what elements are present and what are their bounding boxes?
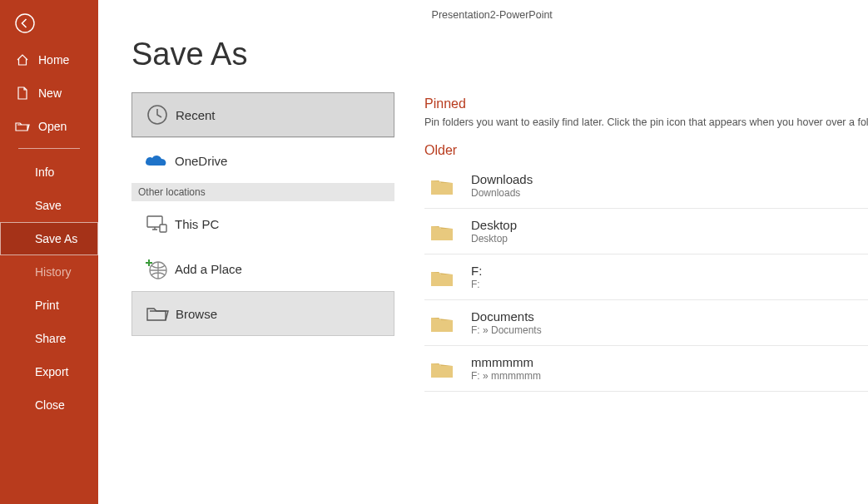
- sidebar-item-share[interactable]: Share: [0, 322, 98, 355]
- app-root: Home New Open Info Save Sav: [0, 0, 868, 504]
- thispc-icon: [138, 214, 175, 234]
- sidebar-divider: [18, 148, 80, 149]
- location-onedrive[interactable]: OneDrive: [131, 138, 394, 183]
- folder-row[interactable]: mmmmmm F: » mmmmmm: [424, 346, 868, 391]
- folder-icon: [429, 222, 454, 242]
- sidebar-label-share: Share: [35, 332, 66, 345]
- folder-name: Downloads: [471, 172, 533, 188]
- titlebar: Presentation2 - PowerPoint: [98, 0, 868, 30]
- sidebar-item-save[interactable]: Save: [0, 189, 98, 222]
- svg-point-0: [16, 14, 34, 32]
- folder-path: Desktop: [471, 233, 517, 245]
- locations-column: Save As Recent: [98, 30, 394, 504]
- sidebar-label-new: New: [38, 86, 62, 100]
- sidebar-label-save: Save: [35, 199, 62, 212]
- folder-name: mmmmmm: [471, 355, 541, 371]
- folder-row[interactable]: Downloads Downloads: [424, 163, 868, 208]
- location-addplace[interactable]: Add a Place: [131, 246, 394, 291]
- folder-sep: [424, 391, 868, 392]
- sidebar-item-open[interactable]: Open: [0, 110, 98, 143]
- sidebar-label-export: Export: [35, 365, 68, 378]
- older-title: Older: [424, 143, 868, 158]
- sidebar-item-print[interactable]: Print: [0, 289, 98, 322]
- folder-icon: [429, 359, 454, 379]
- folder-path: F: » Documents: [471, 324, 542, 337]
- folder-text: Downloads Downloads: [471, 172, 533, 200]
- doc-name: Presentation2: [432, 9, 496, 21]
- folder-path: Downloads: [471, 187, 533, 200]
- folder-text: F: F:: [471, 264, 482, 292]
- back-button[interactable]: [13, 12, 37, 35]
- other-locations-header: Other locations: [131, 183, 394, 201]
- location-browse[interactable]: Browse: [131, 291, 394, 336]
- sidebar-item-info[interactable]: Info: [0, 156, 98, 189]
- sidebar-label-open: Open: [38, 120, 67, 133]
- folder-row[interactable]: F: F:: [424, 254, 868, 299]
- location-recent[interactable]: Recent: [131, 92, 394, 137]
- sidebar-label-saveas: Save As: [35, 232, 77, 245]
- pinned-title: Pinned: [424, 96, 868, 111]
- folder-row[interactable]: Desktop Desktop: [424, 209, 868, 254]
- sidebar-label-print: Print: [35, 299, 59, 312]
- folder-text: mmmmmm F: » mmmmmm: [471, 355, 541, 383]
- backstage-sidebar: Home New Open Info Save Sav: [0, 0, 98, 504]
- sidebar-label-close: Close: [35, 398, 65, 412]
- sidebar-label-history: History: [35, 265, 72, 279]
- folder-path: F:: [471, 279, 482, 291]
- browse-icon: [139, 304, 176, 323]
- recent-icon: [139, 103, 176, 126]
- location-browse-label: Browse: [176, 307, 217, 321]
- folder-text: Desktop Desktop: [471, 218, 517, 246]
- folder-icon: [429, 176, 454, 196]
- sidebar-item-export[interactable]: Export: [0, 355, 98, 388]
- sidebar-label-home: Home: [38, 53, 69, 67]
- svg-rect-3: [160, 225, 166, 232]
- location-thispc[interactable]: This PC: [131, 201, 394, 246]
- folder-name: Desktop: [471, 218, 517, 234]
- sidebar-item-new[interactable]: New: [0, 77, 98, 110]
- folder-icon: [429, 314, 454, 334]
- open-icon: [15, 121, 30, 132]
- sidebar-item-home[interactable]: Home: [0, 43, 98, 77]
- content-area: Save As Recent: [98, 30, 868, 504]
- app-name: PowerPoint: [499, 9, 553, 21]
- location-onedrive-label: OneDrive: [175, 154, 227, 168]
- folder-name: Documents: [471, 309, 542, 325]
- onedrive-icon: [138, 152, 175, 169]
- location-addplace-label: Add a Place: [175, 262, 242, 276]
- folder-name: F:: [471, 264, 482, 279]
- new-icon: [15, 86, 30, 100]
- folder-list: Downloads Downloads Desktop Desktop: [424, 163, 868, 392]
- home-icon: [15, 53, 30, 67]
- addplace-icon: [138, 257, 175, 280]
- location-thispc-label: This PC: [175, 217, 219, 231]
- locations-list: Recent OneDrive Other locations: [131, 92, 394, 336]
- folder-row[interactable]: Documents F: » Documents: [424, 300, 868, 345]
- page-title: Save As: [131, 37, 394, 72]
- sidebar-item-history: History: [0, 255, 98, 289]
- sidebar-item-saveas[interactable]: Save As: [0, 222, 98, 255]
- main-area: Presentation2 - PowerPoint Save As: [98, 0, 868, 504]
- sidebar-item-close[interactable]: Close: [0, 388, 98, 422]
- folder-text: Documents F: » Documents: [471, 309, 542, 338]
- recent-folders-panel: Pinned Pin folders you want to easily fi…: [394, 30, 868, 504]
- location-recent-label: Recent: [176, 108, 216, 122]
- sidebar-label-info: Info: [35, 166, 54, 179]
- folder-icon: [429, 268, 454, 288]
- pinned-desc: Pin folders you want to easily find late…: [424, 116, 868, 128]
- folder-path: F: » mmmmmm: [471, 370, 541, 383]
